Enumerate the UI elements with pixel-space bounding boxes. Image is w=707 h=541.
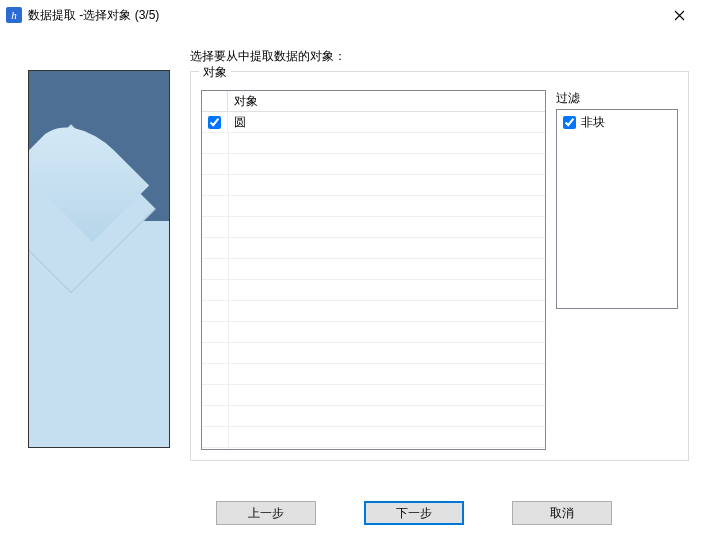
button-row: 上一步 下一步 取消 (0, 495, 707, 531)
wizard-preview-image (28, 70, 170, 448)
objects-fieldset-label: 对象 (199, 64, 231, 81)
object-label: 圆 (228, 114, 545, 131)
object-checkbox[interactable] (208, 116, 221, 129)
list-item[interactable]: 非块 (563, 114, 671, 131)
app-icon: h (6, 7, 22, 23)
next-button[interactable]: 下一步 (364, 501, 464, 525)
objects-fieldset: 对象 对象 圆 过滤 (190, 71, 689, 461)
objects-list[interactable]: 对象 圆 (201, 90, 546, 450)
filter-checkbox[interactable] (563, 116, 576, 129)
filter-label: 过滤 (556, 90, 678, 107)
titlebar: h 数据提取 -选择对象 (3/5) (0, 0, 707, 30)
list-item[interactable]: 圆 (202, 112, 545, 133)
objects-list-header: 对象 (202, 91, 545, 112)
close-button[interactable] (659, 1, 699, 29)
back-button[interactable]: 上一步 (216, 501, 316, 525)
close-icon (674, 10, 685, 21)
objects-list-empty-area (202, 133, 545, 449)
objects-column-header: 对象 (228, 91, 545, 111)
content-area: 选择要从中提取数据的对象： 对象 对象 圆 (0, 30, 707, 490)
filter-item-label: 非块 (581, 114, 605, 131)
filter-list[interactable]: 非块 (556, 109, 678, 309)
cancel-button[interactable]: 取消 (512, 501, 612, 525)
window-title: 数据提取 -选择对象 (3/5) (28, 7, 159, 24)
instruction-text: 选择要从中提取数据的对象： (190, 48, 689, 65)
